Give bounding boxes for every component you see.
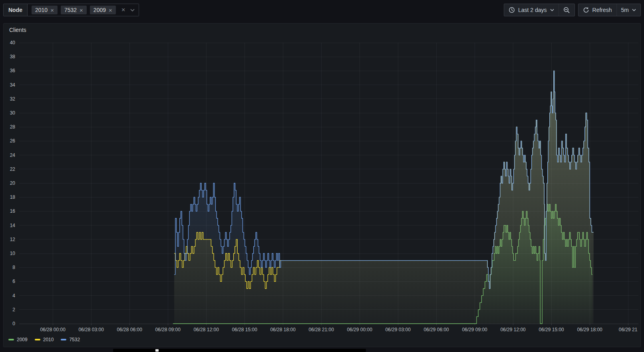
svg-text:32: 32 (10, 96, 16, 102)
svg-text:06/28 21:00: 06/28 21:00 (308, 327, 334, 332)
svg-text:06/28 06:00: 06/28 06:00 (117, 327, 142, 332)
close-icon[interactable]: × (80, 7, 83, 13)
bottom-bar-highlight (155, 349, 159, 352)
svg-text:26: 26 (10, 138, 16, 144)
svg-text:06/28 03:00: 06/28 03:00 (78, 327, 104, 332)
legend-swatch (35, 339, 40, 340)
svg-text:06/29 21: 06/29 21 (619, 327, 638, 332)
svg-text:06/28 12:00: 06/28 12:00 (193, 327, 219, 332)
svg-text:4: 4 (12, 293, 15, 299)
svg-text:8: 8 (12, 265, 15, 270)
time-range-group: Last 2 days (504, 4, 575, 16)
svg-text:06/28 00:00: 06/28 00:00 (40, 327, 66, 332)
svg-text:06/29 15:00: 06/29 15:00 (539, 327, 564, 332)
filter-chip-label: 2009 (93, 7, 106, 13)
panel-title[interactable]: Clients (9, 27, 26, 33)
close-icon[interactable]: × (50, 7, 54, 13)
svg-text:22: 22 (10, 166, 16, 172)
zoom-out-button[interactable] (559, 4, 574, 16)
legend-item-2009[interactable]: 2009 (8, 337, 28, 342)
svg-text:6: 6 (12, 279, 15, 284)
bottom-black-bar (113, 349, 366, 352)
svg-text:28: 28 (10, 124, 16, 130)
svg-text:38: 38 (10, 54, 16, 59)
filter-name-label: Node (3, 4, 28, 16)
filter-chip[interactable]: 2010 × (32, 6, 58, 14)
clients-panel: 024681012141618202224262830323436384006/… (3, 23, 641, 347)
svg-text:16: 16 (10, 208, 16, 214)
refresh-label: Refresh (592, 7, 612, 13)
filter-chip[interactable]: 2009 × (90, 6, 116, 14)
legend-item-7532[interactable]: 7532 (61, 337, 80, 342)
legend-item-2010[interactable]: 2010 (35, 337, 54, 342)
svg-text:12: 12 (10, 237, 16, 242)
legend-label: 2010 (43, 337, 54, 342)
zoom-out-icon (563, 7, 570, 14)
refresh-group: Refresh 5m (578, 4, 641, 16)
clear-all-icon[interactable]: × (121, 6, 125, 14)
svg-text:06/28 09:00: 06/28 09:00 (155, 327, 181, 332)
legend-swatch (8, 339, 14, 340)
svg-text:2: 2 (12, 307, 15, 312)
svg-text:06/28 15:00: 06/28 15:00 (232, 327, 257, 332)
filter-chip-label: 2010 (35, 7, 48, 13)
refresh-button[interactable]: Refresh (578, 4, 616, 16)
adhoc-filter: Node 2010 × 7532 × 2009 × × (3, 4, 139, 16)
svg-text:06/29 12:00: 06/29 12:00 (500, 327, 526, 332)
refresh-interval-label: 5m (621, 7, 629, 13)
svg-text:24: 24 (10, 152, 16, 158)
refresh-interval-button[interactable]: 5m (616, 4, 640, 16)
svg-text:06/29 06:00: 06/29 06:00 (423, 327, 449, 332)
legend-label: 7532 (69, 337, 80, 342)
filter-values-box[interactable]: 2010 × 7532 × 2009 × × (28, 4, 139, 16)
time-range-button[interactable]: Last 2 days (504, 4, 559, 16)
svg-text:10: 10 (10, 251, 16, 256)
svg-text:06/29 00:00: 06/29 00:00 (347, 327, 372, 332)
svg-text:30: 30 (10, 110, 16, 116)
chart-plot-area[interactable] (19, 43, 638, 324)
svg-text:36: 36 (10, 68, 16, 73)
svg-text:14: 14 (10, 223, 16, 228)
svg-text:34: 34 (10, 82, 16, 88)
time-range-label: Last 2 days (518, 7, 547, 13)
refresh-icon (583, 7, 589, 13)
legend: 200920107532 (8, 337, 80, 342)
time-series-chart[interactable]: 024681012141618202224262830323436384006/… (4, 24, 640, 335)
close-icon[interactable]: × (109, 7, 112, 13)
svg-text:0: 0 (12, 321, 15, 326)
svg-text:06/29 09:00: 06/29 09:00 (462, 327, 487, 332)
chevron-down-icon[interactable] (130, 9, 135, 12)
svg-text:18: 18 (10, 194, 16, 200)
svg-text:06/29 03:00: 06/29 03:00 (385, 327, 411, 332)
filter-chip[interactable]: 7532 × (61, 6, 87, 14)
legend-swatch (61, 339, 66, 340)
legend-label: 2009 (17, 337, 28, 342)
chevron-down-icon (632, 9, 636, 11)
top-toolbar: Node 2010 × 7532 × 2009 × × (0, 0, 644, 20)
chevron-down-icon (550, 9, 554, 11)
clock-icon (509, 7, 515, 13)
svg-text:20: 20 (10, 180, 16, 186)
filter-chip-label: 7532 (64, 7, 77, 13)
time-controls: Last 2 days Refresh 5m (504, 4, 641, 16)
svg-text:06/29 18:00: 06/29 18:00 (577, 327, 602, 332)
svg-text:06/28 18:00: 06/28 18:00 (270, 327, 296, 332)
svg-text:40: 40 (10, 40, 16, 45)
